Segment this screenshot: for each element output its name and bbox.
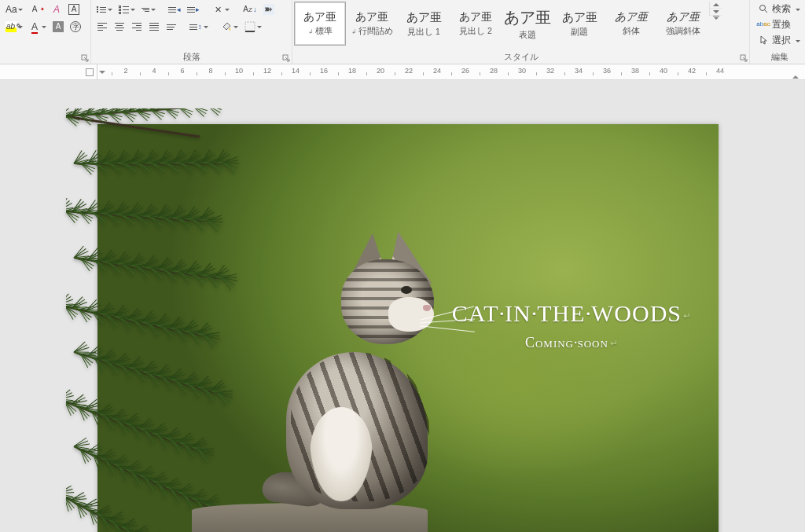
svg-line-6 — [765, 10, 767, 13]
justify-button[interactable] — [146, 19, 162, 35]
style-preview: あア亜 — [303, 10, 336, 24]
find-label: 検索 — [772, 2, 791, 16]
asian-layout-button[interactable]: ✕ — [210, 2, 232, 17]
enclose-characters-button[interactable]: 字 — [68, 19, 83, 35]
horizontal-ruler[interactable]: 2468101214161820222426283032343638404244 — [97, 64, 805, 79]
decrease-indent-button[interactable]: ◂ — [166, 2, 183, 17]
align-center-button[interactable] — [112, 19, 127, 35]
gallery-expand-button[interactable] — [710, 16, 722, 17]
increase-indent-button[interactable]: ▸ — [185, 2, 202, 17]
numbering-button[interactable] — [116, 2, 138, 17]
replace-icon: abac — [758, 19, 769, 30]
style-item-2[interactable]: あア亜見出し 1 — [398, 2, 450, 46]
cat-graphic — [255, 250, 451, 509]
style-name: 見出し 1 — [407, 27, 440, 38]
svg-point-5 — [760, 6, 766, 11]
borders-icon — [244, 21, 255, 32]
sort-button[interactable]: AZ↓ — [240, 2, 259, 17]
line-spacing-button[interactable]: ↕ — [187, 19, 211, 35]
line-break-mark-icon: ↵ — [683, 310, 692, 321]
style-item-1[interactable]: あア亜↲行間詰め — [346, 2, 398, 46]
gallery-scroll-up-button[interactable] — [710, 2, 722, 9]
select-label: 選択 — [772, 34, 791, 47]
align-right-button[interactable] — [129, 19, 145, 35]
style-preview: あア亜 — [459, 10, 492, 24]
style-preview: あア亜 — [615, 10, 648, 24]
paragraph-dialog-launcher-icon[interactable] — [282, 54, 290, 62]
change-case-button[interactable]: Aa — [3, 2, 25, 17]
select-button[interactable]: 選択 — [758, 33, 797, 47]
style-item-7[interactable]: あア亜強調斜体 — [657, 2, 709, 46]
style-preview: あア亜 — [355, 10, 388, 24]
style-name: ↲標準 — [308, 26, 333, 37]
chevron-up-icon — [713, 0, 719, 6]
bullets-button[interactable] — [94, 2, 115, 17]
show-hide-marks-button[interactable]: ➽ — [261, 2, 277, 17]
document-subtitle: Coming·soon — [525, 335, 608, 350]
group-paragraph: ◂ ▸ ✕ AZ↓ ➽ ↕ 段落 — [91, 0, 292, 64]
character-shading-button[interactable]: A — [50, 19, 66, 35]
distributed-button[interactable] — [164, 19, 179, 35]
gallery-scroll-down-button[interactable] — [710, 9, 722, 16]
style-preview: あア亜 — [562, 10, 597, 25]
cursor-icon — [758, 35, 769, 46]
text-highlight-button[interactable]: ab✎ — [3, 19, 25, 35]
font-dialog-launcher-icon[interactable] — [81, 54, 89, 62]
phonetic-guide-button[interactable]: A✦ — [27, 2, 47, 17]
borders-button[interactable] — [242, 19, 264, 35]
svg-rect-1 — [245, 22, 255, 31]
ruler-corner[interactable] — [0, 64, 97, 79]
multilevel-list-button[interactable] — [139, 2, 158, 17]
group-styles: あア亜↲標準あア亜↲行間詰めあア亜見出し 1あア亜見出し 2あア亜表題あア亜副題… — [292, 0, 750, 64]
document-title: CAT·IN·THE·WOODS — [452, 300, 682, 326]
replace-button[interactable]: abac 置換 — [758, 17, 791, 31]
expand-icon — [713, 16, 719, 17]
style-preview: あア亜 — [406, 10, 442, 25]
group-styles-label: スタイル — [292, 51, 749, 64]
right-indent-marker[interactable] — [792, 72, 799, 79]
style-item-5[interactable]: あア亜副題 — [553, 2, 605, 46]
ribbon: Aa A✦ A A ab✎ A A 字 ◂ — [0, 0, 805, 64]
style-item-0[interactable]: あア亜↲標準 — [294, 2, 346, 46]
style-name: 強調斜体 — [666, 26, 700, 37]
style-gallery: あア亜↲標準あア亜↲行間詰めあア亜見出し 1あア亜見出し 2あア亜表題あア亜副題… — [294, 2, 709, 46]
find-button[interactable]: 検索 — [758, 2, 797, 16]
style-name: 表題 — [519, 30, 536, 41]
ruler: 2468101214161820222426283032343638404244 — [0, 64, 805, 80]
style-item-3[interactable]: あア亜見出し 2 — [450, 2, 502, 46]
shading-button[interactable] — [219, 19, 241, 35]
group-editing-label: 編集 — [755, 51, 805, 64]
style-item-4[interactable]: あア亜表題 — [502, 2, 553, 46]
group-font: Aa A✦ A A ab✎ A A 字 — [0, 0, 91, 64]
replace-label: 置換 — [772, 18, 791, 31]
group-font-label — [0, 51, 90, 64]
line-break-mark-icon: ↵ — [610, 338, 619, 349]
style-item-6[interactable]: あア亜斜体 — [605, 2, 657, 46]
group-editing: 検索 abac 置換 選択 編集 — [750, 0, 805, 64]
document-page[interactable]: CAT·IN·THE·WOODS↵ Coming·soon↵ — [97, 124, 719, 532]
styles-dialog-launcher-icon[interactable] — [740, 54, 748, 62]
style-preview: あア亜 — [667, 10, 700, 24]
style-preview: あア亜 — [504, 7, 551, 28]
document-area: CAT·IN·THE·WOODS↵ Coming·soon↵ — [0, 80, 805, 86]
title-block[interactable]: CAT·IN·THE·WOODS↵ Coming·soon↵ — [452, 300, 692, 351]
first-line-indent-marker[interactable] — [99, 74, 105, 77]
style-name: 副題 — [571, 27, 588, 38]
character-border-button[interactable]: A — [66, 2, 82, 17]
style-name: ↲行間詰め — [351, 26, 393, 37]
style-name: 斜体 — [623, 26, 640, 37]
font-color-button[interactable]: A — [27, 19, 49, 35]
style-name: 見出し 2 — [459, 26, 492, 37]
paint-bucket-icon — [221, 21, 232, 32]
align-left-button[interactable] — [94, 19, 110, 35]
search-icon — [758, 3, 769, 14]
group-paragraph-label: 段落 — [91, 51, 292, 64]
clear-formatting-button[interactable]: A — [49, 2, 64, 17]
style-gallery-spinner — [709, 2, 722, 17]
